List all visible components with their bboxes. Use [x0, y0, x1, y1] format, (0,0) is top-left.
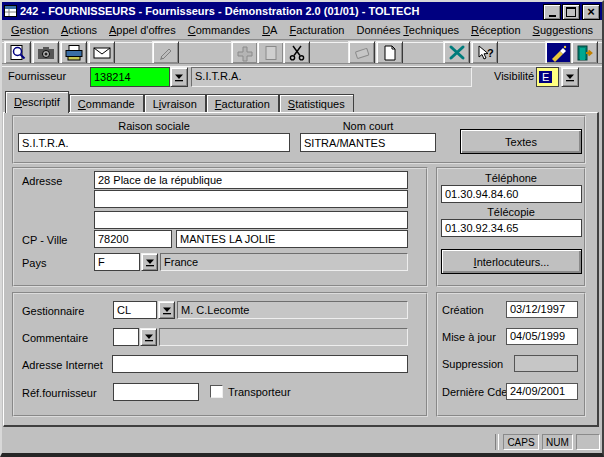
commentaire-code-input[interactable]: [113, 328, 139, 346]
gestionnaire-dropdown-button[interactable]: [158, 301, 175, 319]
tab-statistiques[interactable]: Statistiques: [279, 94, 354, 113]
menu-gestion[interactable]: Gestion: [5, 24, 55, 36]
adresse-label: Adresse: [22, 175, 62, 187]
menu-label: ppel d'offres: [116, 24, 175, 36]
menu-donnees-techniques[interactable]: Données Techniques: [350, 24, 465, 36]
chevron-down-icon: [144, 333, 154, 342]
maximize-icon: [566, 7, 576, 17]
menu-label: G: [11, 24, 20, 36]
adresse-line2-input[interactable]: [94, 190, 408, 208]
menu-label: Données: [356, 24, 403, 36]
tab-label: C: [78, 98, 86, 110]
tab-label: tatistiques: [295, 98, 345, 110]
cut-button[interactable]: [283, 41, 310, 64]
tab-label: ommande: [86, 98, 135, 110]
gestionnaire-code-input[interactable]: [113, 301, 157, 319]
transporteur-checkbox[interactable]: [210, 385, 223, 398]
exit-button[interactable]: [571, 41, 598, 64]
menu-commandes[interactable]: Commandes: [182, 24, 256, 36]
eraser-icon: [352, 44, 372, 62]
close-button[interactable]: ×: [582, 4, 600, 20]
ref-fournisseur-input[interactable]: [113, 383, 199, 401]
menu-label: echniques: [409, 24, 459, 36]
visibilite-field[interactable]: E: [536, 67, 559, 87]
paste-button[interactable]: [257, 41, 284, 64]
telephone-label: Téléphone: [440, 172, 582, 184]
app-window: 242 - FOURNISSEURS - Fournisseurs - Démo…: [0, 0, 604, 457]
context-help-button[interactable]: ?: [471, 41, 498, 64]
menu-appel-offres[interactable]: Appel d'offres: [103, 24, 182, 36]
tab-commande[interactable]: Commande: [69, 94, 144, 113]
menu-da[interactable]: DA: [256, 24, 283, 36]
statusbar-divider: [495, 434, 499, 450]
telecopie-input[interactable]: [441, 219, 582, 237]
pays-dropdown-button[interactable]: [141, 253, 158, 271]
ville-input[interactable]: [176, 230, 408, 248]
creation-date-display: 03/12/1997: [506, 301, 578, 318]
menu-facturation[interactable]: Facturation: [283, 24, 350, 36]
window-title: 242 - FOURNISSEURS - Fournisseurs - Démo…: [20, 5, 419, 17]
textes-button[interactable]: Textes: [460, 129, 582, 154]
nom-court-input[interactable]: [300, 133, 436, 152]
tab-livraison[interactable]: Livraison: [144, 94, 206, 113]
delete-button[interactable]: [443, 41, 470, 64]
page-icon: [261, 44, 281, 62]
rocket-pen-icon: [549, 44, 569, 62]
tab-strip: Descriptif Commande Livraison Facturatio…: [5, 91, 354, 113]
adresse-line1-input[interactable]: [94, 171, 408, 189]
mail-button[interactable]: [88, 41, 115, 64]
camera-button[interactable]: [32, 41, 59, 64]
blank-document-icon: [380, 44, 400, 62]
tab-facturation[interactable]: Facturation: [206, 94, 279, 113]
pencil-icon: [156, 44, 176, 62]
derniere-cde-date-display: 24/09/2001: [506, 383, 578, 400]
commentaire-dropdown-button[interactable]: [140, 328, 157, 346]
magnifier-document-icon: [8, 44, 28, 62]
interlocuteurs-button-label: Interlocuteurs...: [474, 256, 550, 268]
interlocuteurs-button[interactable]: Interlocuteurs...: [441, 249, 582, 274]
menu-actions[interactable]: Actions: [55, 24, 103, 36]
status-bar: CAPS NUM: [2, 431, 602, 453]
raison-sociale-input[interactable]: [18, 133, 290, 152]
fournisseur-code-input[interactable]: [90, 67, 170, 87]
menu-suggestions[interactable]: Suggestions: [527, 24, 600, 36]
sign-button[interactable]: [152, 41, 179, 64]
menu-label: C: [188, 24, 196, 36]
title-bar[interactable]: 242 - FOURNISSEURS - Fournisseurs - Démo…: [2, 2, 602, 20]
menu-label: estion: [20, 24, 49, 36]
envelope-icon: [92, 44, 112, 62]
menu-label: éception: [479, 24, 521, 36]
plus-icon: [235, 44, 255, 62]
fournisseur-dropdown-button[interactable]: [170, 67, 188, 87]
cp-ville-label: CP - Ville: [22, 234, 67, 246]
fournisseur-name-display: S.I.T.R.A.: [191, 67, 472, 87]
minimize-button[interactable]: [543, 4, 561, 20]
preview-button[interactable]: [4, 41, 31, 64]
menu-label: R: [471, 24, 479, 36]
adresse-line3-input[interactable]: [94, 211, 408, 229]
new-document-button[interactable]: [376, 41, 403, 64]
adresse-internet-input[interactable]: [112, 355, 408, 373]
add-button[interactable]: [231, 41, 258, 64]
visibilite-dropdown-button[interactable]: [561, 67, 579, 87]
close-icon: ×: [587, 7, 595, 17]
commentaire-text-display: [159, 328, 408, 346]
tab-descriptif[interactable]: Descriptif: [5, 91, 69, 113]
erase-button[interactable]: [348, 41, 375, 64]
tab-label: escriptif: [22, 96, 60, 108]
interlocuteurs-post: nterlocuteurs...: [477, 256, 550, 268]
menu-reception[interactable]: Réception: [465, 24, 527, 36]
tab-label: F: [215, 98, 222, 110]
transporteur-label: Transporteur: [228, 386, 291, 398]
tab-label: D: [14, 96, 22, 108]
cp-input[interactable]: [94, 230, 172, 248]
menu-label: uggestions: [540, 24, 593, 36]
raison-sociale-label: Raison sociale: [18, 120, 290, 132]
pays-code-input[interactable]: [94, 253, 140, 271]
ref-fournisseur-label: Réf.fournisseur: [22, 387, 97, 399]
maximize-button[interactable]: [562, 4, 580, 20]
telephone-input[interactable]: [441, 185, 582, 203]
exit-door-icon: [575, 44, 595, 62]
print-button[interactable]: [60, 41, 87, 64]
launch-button[interactable]: [545, 41, 572, 64]
